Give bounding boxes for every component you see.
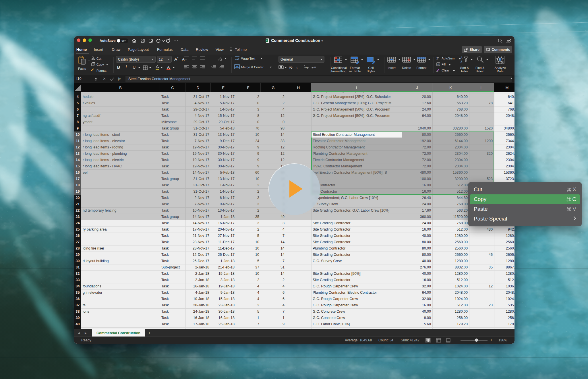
svg-text:.0: .0 <box>305 66 307 68</box>
svg-text:Z: Z <box>461 60 462 63</box>
svg-text:X: X <box>266 39 268 42</box>
svg-text:.00: .00 <box>313 66 316 68</box>
svg-text:A: A <box>461 56 463 59</box>
